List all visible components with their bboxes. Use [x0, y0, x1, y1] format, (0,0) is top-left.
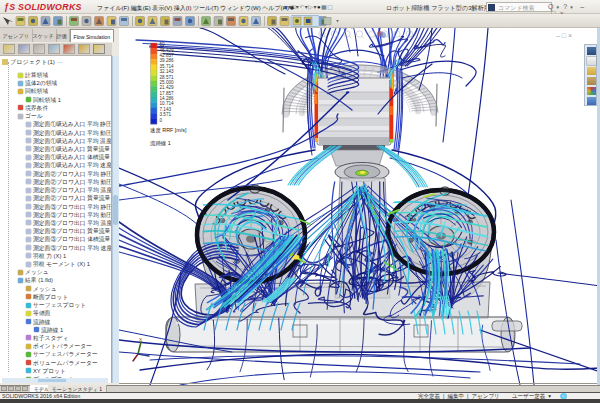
svg-text:35.714: 35.714 — [160, 64, 174, 69]
svg-text:14.286: 14.286 — [160, 96, 174, 101]
svg-text:25.000: 25.000 — [160, 80, 174, 85]
svg-text:– □ ×: – □ × — [556, 32, 572, 39]
svg-text:32.143: 32.143 — [160, 69, 174, 74]
svg-text:0: 0 — [160, 118, 163, 123]
svg-text:28.571: 28.571 — [160, 75, 174, 80]
svg-text:3.571: 3.571 — [160, 112, 172, 117]
svg-text:46.429: 46.429 — [160, 48, 174, 53]
svg-text:50: 50 — [160, 42, 166, 47]
svg-text:10.714: 10.714 — [160, 101, 174, 106]
svg-text:x: x — [139, 336, 142, 342]
svg-text:速度 RRF [m/s]: 速度 RRF [m/s] — [150, 127, 187, 134]
svg-text:7.143: 7.143 — [160, 107, 172, 112]
svg-text:17.857: 17.857 — [160, 91, 174, 96]
svg-text:流跡線 1: 流跡線 1 — [150, 140, 171, 147]
svg-text:39.286: 39.286 — [160, 58, 174, 63]
svg-text:42.857: 42.857 — [160, 53, 174, 58]
svg-text:21.429: 21.429 — [160, 85, 174, 90]
